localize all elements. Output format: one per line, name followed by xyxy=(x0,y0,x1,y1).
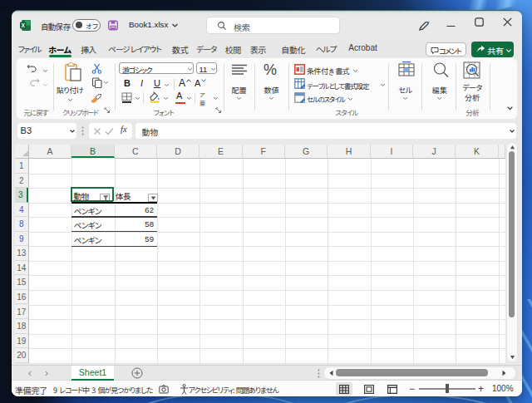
svg-text:X: X xyxy=(22,22,26,28)
